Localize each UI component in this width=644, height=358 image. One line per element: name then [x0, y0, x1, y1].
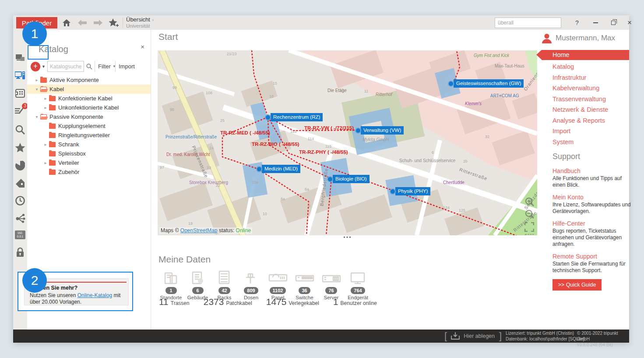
breadcrumb-primary[interactable]: Übersicht	[126, 16, 150, 23]
ip-addresses-icon[interactable]: 192.0.0.1	[15, 230, 25, 239]
back-icon[interactable]	[77, 18, 88, 28]
tree-item-spleissbox[interactable]: Spleissbox	[27, 149, 151, 158]
favorite-add-icon[interactable]	[109, 18, 119, 28]
plus-icon[interactable]: +	[31, 62, 40, 71]
tree-expander-icon[interactable]: ▾	[33, 114, 40, 119]
tree-item-konfektionierte-kabel[interactable]: ▸Konfektionierte Kabel	[27, 94, 151, 103]
catalog-icon[interactable]	[15, 71, 25, 81]
catalog-search-input[interactable]	[48, 61, 84, 71]
filter-button[interactable]: Filter ▼	[98, 61, 116, 72]
folder-icon	[49, 124, 56, 129]
stat-count-badge: 1	[165, 287, 177, 294]
map-building-label-physik-phy[interactable]: Physik (PHY)	[395, 187, 430, 195]
global-search-input[interactable]	[495, 20, 568, 26]
stat-item-geb-ude: 6Gebäude	[184, 269, 211, 300]
history-icon[interactable]	[15, 195, 25, 206]
topology-icon[interactable]	[15, 213, 25, 223]
user-avatar-icon	[542, 33, 552, 43]
nav-item-trassenverwaltung[interactable]: Trassenverwaltung	[542, 94, 629, 105]
infrastructure-icon[interactable]	[15, 88, 25, 99]
tree-expander-icon[interactable]: ▸	[33, 78, 40, 82]
tree-item-schrank[interactable]: ▸Schrank	[27, 140, 151, 149]
import-button[interactable]: Import	[119, 61, 135, 72]
support-link-hilfe-center[interactable]: Hilfe-Center	[553, 220, 633, 227]
tree-item-zubeh-r[interactable]: Zubehör	[27, 167, 151, 177]
tasks-icon[interactable]: 3	[15, 106, 25, 116]
reports-icon[interactable]	[15, 160, 25, 171]
map-building-label-geisteswissenschaften-gw[interactable]: Geisteswissenschaften (GW)	[454, 79, 524, 88]
map-building-label-medizin-med[interactable]: Medizin (MED)	[262, 165, 300, 173]
chevron-down-icon[interactable]: ▼	[42, 64, 46, 69]
tree-item-label: Schrank	[58, 141, 79, 148]
map-zoom-out-icon[interactable]	[524, 209, 535, 220]
nav-item-netzwerk-dienste[interactable]: Netzwerk & Dienste	[542, 104, 629, 115]
favorites-icon[interactable]	[15, 142, 25, 153]
tree-expander-icon[interactable]: ▸	[42, 105, 49, 110]
map-zoom-in-icon[interactable]	[524, 197, 535, 207]
support-link-mein-konto[interactable]: Mein Konto	[553, 194, 633, 201]
tree-item-aktive-komponente[interactable]: ▸Aktive Komponente	[27, 75, 151, 85]
start-screen-icon[interactable]	[15, 53, 25, 63]
openstreetmap-link[interactable]: OpenStreetMap	[180, 227, 218, 234]
total-verlegekabel: 1475Verlegekabel	[266, 297, 319, 307]
lock-icon[interactable]	[15, 247, 25, 258]
quick-guide-button[interactable]: >> Quick Guide	[553, 279, 602, 291]
map-select-area-icon[interactable]: A	[524, 234, 534, 235]
help-button[interactable]: ?	[572, 18, 582, 28]
catalog-search-button[interactable]	[86, 61, 92, 72]
tree-item-label: Konfektionierte Kabel	[58, 95, 113, 102]
tree-item-ringleitungsverteiler[interactable]: Ringleitungsverteiler	[27, 131, 151, 140]
map-canvas[interactable]: Rechenzentrum (RZ)Verwaltung (VW)Geistes…	[158, 50, 537, 235]
breadcrumb[interactable]: Übersicht › Universität	[126, 16, 154, 29]
nav-item-import[interactable]: Import	[542, 126, 629, 137]
map-house-number: 32	[485, 135, 489, 139]
map-building-label-rechenzentrum-rz[interactable]: Rechenzentrum (RZ)	[271, 113, 323, 121]
global-search[interactable]	[495, 18, 561, 28]
tree-item-kabel[interactable]: ▾Kabel	[27, 85, 151, 94]
map-trasse-label-tr-rz-phy: TR-RZ-PHY ( -/48/55)	[299, 149, 348, 155]
splitter-handle-icon[interactable]: •••	[342, 236, 353, 239]
add-template-button[interactable]: + ▼	[31, 61, 46, 72]
switch-icon	[291, 269, 318, 286]
online-katalog-link[interactable]: Online-Katalog	[77, 292, 112, 298]
drop-zone[interactable]: [ Hier ablegen ]	[444, 330, 502, 343]
nav-item-katalog[interactable]: Katalog	[542, 61, 629, 72]
tree-item-verteiler[interactable]: ▸Verteiler	[27, 158, 151, 167]
close-button[interactable]: ×	[624, 18, 635, 28]
tree-expander-icon[interactable]: ▸	[42, 142, 49, 147]
map-house-number: 19	[188, 221, 193, 226]
tree-item-label: Zubehör	[58, 169, 79, 175]
nav-item-infrastruktur[interactable]: Infrastruktur	[542, 72, 629, 83]
map-building-label-verwaltung-vw[interactable]: Verwaltung (VW)	[361, 126, 404, 135]
map-fullscreen-icon[interactable]	[524, 222, 535, 233]
stat-count-badge: 6	[192, 287, 204, 294]
tree-expander-icon[interactable]: ▾	[33, 87, 40, 92]
tree-expander-icon[interactable]: ▸	[42, 160, 49, 165]
breadcrumb-secondary[interactable]: Universität	[126, 23, 154, 29]
total-label: Trassen	[171, 300, 190, 306]
user-row[interactable]: Mustermann, Max	[542, 33, 615, 43]
tree-item-passive-komponente[interactable]: ▾Passive Komponente	[27, 112, 151, 121]
catalog-close-icon[interactable]: ×	[141, 43, 144, 50]
tree-item-unkonfektionierte-kabel[interactable]: ▸Unkonfektionierte Kabel	[27, 103, 151, 112]
support-link-handbuch[interactable]: Handbuch	[553, 167, 633, 174]
nav-item-kabelverwaltung[interactable]: Kabelverwaltung	[542, 83, 629, 94]
map-building-label-biologie-bio[interactable]: Biologie (BIO)	[333, 175, 370, 183]
restore-button[interactable]	[608, 18, 619, 28]
tree-item-label: Spleissbox	[58, 150, 86, 157]
status-bar: [ Hier ablegen ] Lizenziert: tripunkt Gm…	[13, 330, 629, 343]
labels-icon[interactable]	[15, 178, 25, 188]
tree-item-kupplungselement[interactable]: Kupplungselement	[27, 121, 151, 131]
map-poi-label: Klemm's	[465, 101, 482, 106]
home-icon[interactable]	[61, 18, 72, 28]
nav-item-home[interactable]: Home	[542, 50, 629, 60]
forward-icon[interactable]	[93, 18, 103, 28]
support-link-remote-support[interactable]: Remote Support	[553, 253, 633, 260]
nav-item-analyse-reports[interactable]: Analyse & Reports	[542, 115, 629, 126]
catalog-search-field[interactable]	[47, 61, 84, 72]
minimize-button[interactable]	[590, 18, 601, 28]
total-value: 1	[333, 297, 338, 307]
tree-expander-icon[interactable]: ▸	[42, 96, 49, 101]
nav-item-system[interactable]: System	[542, 137, 629, 148]
search-sidebar-icon[interactable]	[15, 124, 25, 135]
